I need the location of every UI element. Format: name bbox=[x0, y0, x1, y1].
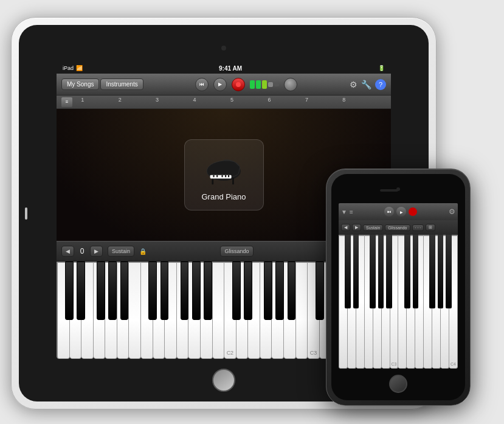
iphone-prev-btn[interactable]: ◀ bbox=[341, 224, 350, 231]
white-key-7[interactable] bbox=[129, 262, 141, 359]
help-icon[interactable]: ? bbox=[375, 79, 386, 90]
iphone-speaker bbox=[380, 189, 398, 192]
white-key-1[interactable] bbox=[57, 262, 70, 359]
instrument-card[interactable]: Grand Piano bbox=[184, 139, 264, 210]
white-key-19[interactable] bbox=[272, 262, 284, 359]
wifi-icon: 📶 bbox=[76, 65, 83, 71]
record-button[interactable] bbox=[232, 78, 245, 91]
white-key-13[interactable] bbox=[201, 262, 213, 359]
level-meters bbox=[250, 80, 279, 89]
octave-up-button[interactable]: ▶ bbox=[90, 246, 103, 257]
white-key-12[interactable] bbox=[188, 262, 201, 359]
iphone-scale-btn[interactable]: · · · bbox=[412, 224, 424, 231]
battery-icon: 🔋 bbox=[378, 65, 385, 71]
record-dot bbox=[236, 82, 241, 87]
iphone-list-icon[interactable]: ≡ bbox=[350, 209, 353, 215]
garageband-iphone: ▼ ≡ ⏮ ▶ ⚙ ◀ ▶ Sustain Glissando · · · bbox=[339, 203, 458, 369]
iphone-record-btn[interactable] bbox=[409, 207, 417, 216]
nav-button-group: My Songs Instruments bbox=[61, 78, 143, 90]
ruler: ≡ 1 2 3 4 5 6 7 8 bbox=[57, 96, 391, 109]
iphone-white-key-c4[interactable]: C4 bbox=[449, 235, 458, 369]
white-key-14[interactable] bbox=[213, 262, 225, 359]
iphone-transport: ⏮ ▶ bbox=[356, 207, 446, 217]
white-key-3[interactable] bbox=[81, 262, 94, 359]
ipad-device-label: iPad bbox=[63, 65, 74, 71]
iphone-glissando-btn[interactable]: Glissando bbox=[385, 224, 410, 231]
iphone-white-key-4[interactable] bbox=[365, 235, 373, 369]
iphone-settings-icon[interactable]: ⚙ bbox=[449, 207, 455, 216]
svg-rect-7 bbox=[225, 175, 226, 178]
white-key-17[interactable] bbox=[248, 262, 260, 359]
ruler-mark-4: 4 bbox=[193, 97, 196, 103]
white-key-21[interactable] bbox=[296, 262, 308, 359]
iphone-sustain-btn[interactable]: Sustain bbox=[363, 224, 383, 231]
iphone-rewind-btn[interactable]: ⏮ bbox=[384, 207, 394, 217]
white-key-c2[interactable]: C2 bbox=[224, 262, 236, 359]
iphone-piano[interactable]: C3 C4 bbox=[339, 235, 458, 369]
ipad-toolbar: My Songs Instruments ⏮ ▶ bbox=[57, 74, 391, 96]
octave-value: 0 bbox=[76, 247, 88, 255]
iphone-next-btn[interactable]: ▶ bbox=[352, 224, 361, 231]
glissando-button[interactable]: Glissando bbox=[220, 246, 253, 257]
white-key-6[interactable] bbox=[117, 262, 129, 359]
sustain-button[interactable]: Sustain bbox=[108, 246, 134, 257]
white-key-2[interactable] bbox=[70, 262, 82, 359]
iphone-home-button[interactable] bbox=[389, 375, 407, 393]
instruments-button[interactable]: Instruments bbox=[100, 78, 143, 90]
right-controls: ⚙ 🔧 ? bbox=[350, 79, 386, 90]
white-key-20[interactable] bbox=[284, 262, 296, 359]
octave-down-button[interactable]: ◀ bbox=[61, 246, 74, 257]
iphone-white-key-2[interactable] bbox=[348, 235, 356, 369]
grand-piano-icon bbox=[202, 151, 245, 187]
volume-knob[interactable] bbox=[284, 78, 297, 91]
iphone-white-key-6[interactable] bbox=[382, 235, 390, 369]
iphone-white-key-9[interactable] bbox=[407, 235, 415, 369]
iphone-device: ▼ ≡ ⏮ ▶ ⚙ ◀ ▶ Sustain Glissando · · · bbox=[326, 169, 471, 406]
iphone-white-key-8[interactable] bbox=[398, 235, 407, 369]
iphone-grid-btn[interactable]: ⊞ bbox=[426, 224, 435, 231]
iphone-c3-label: C3 bbox=[390, 362, 398, 366]
white-key-9[interactable] bbox=[153, 262, 165, 359]
iphone-white-key-5[interactable] bbox=[373, 235, 382, 369]
iphone-white-key-11[interactable] bbox=[424, 235, 432, 369]
octave-control: ◀ 0 ▶ bbox=[61, 246, 103, 257]
meter-5 bbox=[274, 83, 279, 86]
white-key-c3[interactable]: C3 bbox=[308, 262, 320, 359]
transport-area: ⏮ ▶ bbox=[147, 78, 346, 91]
iphone-white-key-13[interactable] bbox=[441, 235, 449, 369]
c2-label: C2 bbox=[224, 350, 236, 356]
my-songs-button[interactable]: My Songs bbox=[61, 78, 99, 90]
svg-rect-1 bbox=[212, 178, 213, 184]
rewind-button[interactable]: ⏮ bbox=[195, 78, 209, 91]
ipad-side-button[interactable] bbox=[25, 207, 27, 220]
meter-2 bbox=[256, 80, 261, 89]
ruler-mark-3: 3 bbox=[156, 97, 159, 103]
ruler-mark-8: 8 bbox=[342, 97, 345, 103]
white-key-8[interactable] bbox=[141, 262, 153, 359]
svg-rect-8 bbox=[228, 175, 229, 178]
iphone-play-btn[interactable]: ▶ bbox=[396, 207, 406, 217]
white-key-11[interactable] bbox=[177, 262, 189, 359]
track-icon: ≡ bbox=[61, 97, 72, 107]
ruler-mark-2: 2 bbox=[119, 97, 122, 103]
iphone-nav-icon[interactable]: ▼ bbox=[341, 209, 347, 215]
meter-4 bbox=[268, 82, 273, 87]
iphone-white-key-3[interactable] bbox=[356, 235, 365, 369]
white-key-18[interactable] bbox=[260, 262, 272, 359]
mixer-icon[interactable]: ⚙ bbox=[350, 80, 357, 89]
wrench-icon[interactable]: 🔧 bbox=[361, 80, 371, 89]
white-key-10[interactable] bbox=[165, 262, 177, 359]
play-button[interactable]: ▶ bbox=[213, 78, 227, 91]
white-key-16[interactable] bbox=[236, 262, 249, 359]
ipad-home-button[interactable] bbox=[212, 369, 235, 392]
white-key-4[interactable] bbox=[94, 262, 106, 359]
iphone-bezel: ▼ ≡ ⏮ ▶ ⚙ ◀ ▶ Sustain Glissando · · · bbox=[331, 174, 465, 400]
white-key-5[interactable] bbox=[105, 262, 117, 359]
iphone-toolbar: ▼ ≡ ⏮ ▶ ⚙ bbox=[339, 203, 458, 220]
iphone-c4-label: C4 bbox=[449, 362, 457, 366]
iphone-white-key-10[interactable] bbox=[415, 235, 424, 369]
meter-3 bbox=[262, 80, 267, 89]
iphone-white-key-1[interactable] bbox=[339, 235, 348, 369]
iphone-white-key-12[interactable] bbox=[432, 235, 441, 369]
iphone-white-key-c3[interactable]: C3 bbox=[390, 235, 399, 369]
